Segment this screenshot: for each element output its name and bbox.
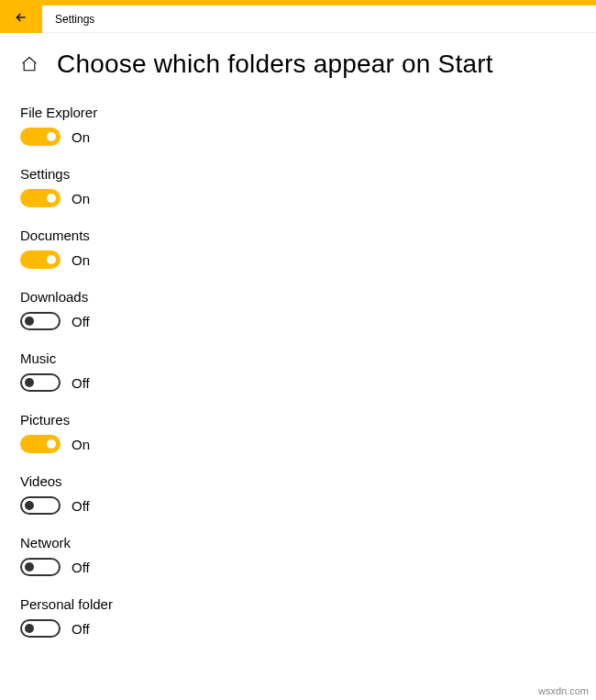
toggle-switch[interactable]	[20, 128, 61, 146]
toggle-switch[interactable]	[20, 189, 61, 207]
toggle-row: Off	[20, 619, 576, 638]
setting-label: Settings	[20, 166, 576, 182]
setting-label: Personal folder	[20, 596, 576, 612]
toggle-row: Off	[20, 373, 576, 392]
toggle-switch[interactable]	[20, 435, 61, 453]
toggle-state-label: Off	[72, 375, 90, 391]
toggle-switch[interactable]	[20, 496, 61, 515]
toggle-switch[interactable]	[20, 312, 61, 330]
setting-group: VideosOff	[20, 473, 576, 515]
setting-group: PicturesOn	[20, 412, 576, 453]
page-title: Choose which folders appear on Start	[57, 50, 493, 79]
toggle-row: Off	[20, 496, 576, 515]
page-header: Choose which folders appear on Start	[20, 50, 576, 79]
settings-list: File ExplorerOnSettingsOnDocumentsOnDown…	[20, 105, 576, 638]
toggle-row: On	[20, 435, 576, 453]
setting-group: SettingsOn	[20, 166, 576, 207]
back-button[interactable]	[0, 6, 42, 33]
setting-group: Personal folderOff	[20, 596, 576, 638]
toggle-state-label: On	[72, 252, 90, 268]
setting-label: File Explorer	[20, 105, 576, 120]
toggle-switch[interactable]	[20, 558, 61, 576]
setting-label: Documents	[20, 228, 576, 243]
toggle-row: On	[20, 128, 576, 146]
content-area: Choose which folders appear on Start Fil…	[0, 33, 596, 678]
toggle-knob-icon	[25, 501, 34, 510]
toggle-state-label: On	[72, 129, 90, 145]
setting-group: DownloadsOff	[20, 289, 576, 330]
toggle-knob-icon	[25, 562, 34, 572]
toggle-state-label: Off	[72, 560, 90, 575]
window-title: Settings	[42, 13, 94, 26]
setting-label: Pictures	[20, 412, 576, 428]
toggle-knob-icon	[47, 132, 56, 141]
titlebar: Settings	[0, 6, 596, 33]
toggle-state-label: On	[72, 191, 90, 206]
toggle-state-label: Off	[72, 498, 90, 514]
toggle-row: Off	[20, 558, 576, 576]
toggle-switch[interactable]	[20, 619, 61, 638]
setting-label: Videos	[20, 473, 576, 489]
setting-label: Music	[20, 350, 576, 366]
toggle-knob-icon	[25, 378, 34, 387]
home-icon[interactable]	[20, 55, 39, 73]
toggle-knob-icon	[25, 317, 34, 326]
toggle-knob-icon	[47, 194, 56, 203]
toggle-row: On	[20, 189, 576, 207]
toggle-switch[interactable]	[20, 250, 61, 269]
setting-group: DocumentsOn	[20, 228, 576, 269]
toggle-switch[interactable]	[20, 373, 61, 392]
toggle-row: Off	[20, 312, 576, 330]
watermark: wsxdn.com	[538, 685, 589, 696]
setting-group: NetworkOff	[20, 535, 576, 576]
toggle-state-label: Off	[72, 621, 90, 637]
toggle-knob-icon	[47, 439, 56, 449]
setting-group: File ExplorerOn	[20, 105, 576, 146]
toggle-state-label: On	[72, 437, 90, 452]
setting-label: Network	[20, 535, 576, 550]
toggle-knob-icon	[25, 624, 34, 633]
toggle-row: On	[20, 250, 576, 269]
setting-group: MusicOff	[20, 350, 576, 392]
back-arrow-icon	[14, 10, 28, 28]
toggle-knob-icon	[47, 255, 56, 264]
setting-label: Downloads	[20, 289, 576, 305]
toggle-state-label: Off	[72, 314, 90, 329]
